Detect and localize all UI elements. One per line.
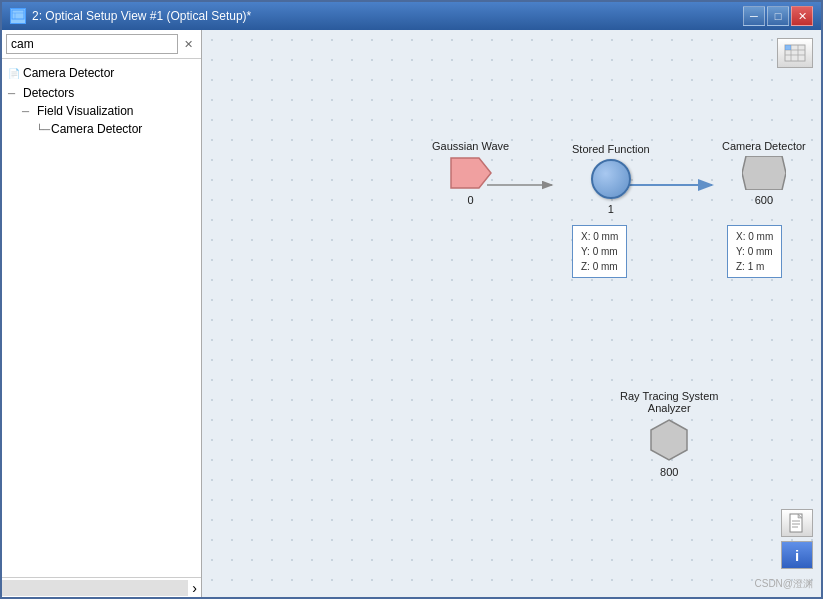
stored-function-shape — [591, 159, 631, 199]
sidebar: ✕ 📄 Camera Detector ─ Detectors — [2, 30, 202, 597]
tree-label-detectors: Detectors — [23, 86, 74, 100]
gaussian-wave-number: 0 — [468, 194, 474, 206]
search-bar: ✕ — [2, 30, 201, 59]
info-icon: i — [795, 547, 799, 564]
minus-folder-icon: ─ — [22, 106, 34, 117]
connector-svg — [202, 30, 821, 597]
camera-info-z: Z: 1 m — [736, 259, 773, 274]
horizontal-scrollbar[interactable] — [2, 580, 188, 596]
camera-detector-shape — [742, 156, 786, 190]
scroll-right-arrow[interactable]: › — [188, 580, 201, 596]
svg-rect-13 — [785, 45, 791, 50]
sidebar-bottom: › — [2, 577, 201, 597]
search-clear-button[interactable]: ✕ — [180, 36, 197, 53]
tree-item-camera-detector-root[interactable]: 📄 Camera Detector — [6, 63, 197, 83]
document-button[interactable] — [781, 509, 813, 537]
bottom-right-buttons: i — [781, 509, 813, 569]
minimize-button[interactable]: ─ — [743, 6, 765, 26]
tree-label-camera-detector-child: Camera Detector — [51, 122, 142, 136]
doc-icon: 📄 — [8, 68, 20, 79]
maximize-button[interactable]: □ — [767, 6, 789, 26]
svg-marker-5 — [451, 158, 491, 188]
tree-label-camera-detector-root: Camera Detector — [23, 66, 114, 80]
stored-function-node[interactable]: Stored Function 1 — [572, 143, 650, 215]
svg-marker-7 — [651, 420, 687, 460]
stored-function-info-box: X: 0 mm Y: 0 mm Z: 0 mm — [572, 225, 627, 278]
search-input[interactable] — [6, 34, 178, 54]
camera-detector-info-box: X: 0 mm Y: 0 mm Z: 1 m — [727, 225, 782, 278]
ray-tracing-number: 800 — [660, 466, 678, 478]
main-canvas: Gaussian Wave 0 Stored Function 1 Camera… — [202, 30, 821, 597]
ray-tracing-label: Ray Tracing SystemAnalyzer — [620, 390, 718, 414]
info-button[interactable]: i — [781, 541, 813, 569]
stored-fn-info-z: Z: 0 mm — [581, 259, 618, 274]
canvas-toolbar — [777, 38, 813, 68]
gaussian-wave-shape — [449, 156, 493, 190]
svg-rect-0 — [12, 10, 24, 19]
close-button[interactable]: ✕ — [791, 6, 813, 26]
ray-tracing-shape — [647, 418, 691, 462]
tree-label-field-visualization: Field Visualization — [37, 104, 134, 118]
stored-function-label: Stored Function — [572, 143, 650, 155]
window-title: 2: Optical Setup View #1 (Optical Setup)… — [32, 9, 251, 23]
title-bar: 2: Optical Setup View #1 (Optical Setup)… — [2, 2, 821, 30]
minus-icon: ─ — [8, 88, 20, 99]
branch-icon: └─ — [36, 124, 48, 135]
ray-tracing-node[interactable]: Ray Tracing SystemAnalyzer 800 — [620, 390, 718, 478]
main-window: 2: Optical Setup View #1 (Optical Setup)… — [0, 0, 823, 599]
tree-item-camera-detector-child[interactable]: └─ Camera Detector — [34, 119, 197, 139]
title-buttons: ─ □ ✕ — [743, 6, 813, 26]
gaussian-wave-label: Gaussian Wave — [432, 140, 509, 152]
svg-marker-6 — [742, 156, 786, 190]
tree-view: 📄 Camera Detector ─ Detectors ─ — [2, 59, 201, 577]
gaussian-wave-node[interactable]: Gaussian Wave 0 — [432, 140, 509, 206]
camera-info-y: Y: 0 mm — [736, 244, 773, 259]
tree-item-detectors[interactable]: ─ Detectors ─ Field Visualization — [6, 83, 197, 143]
toolbar-grid-button[interactable] — [777, 38, 813, 68]
stored-function-number: 1 — [608, 203, 614, 215]
stored-fn-info-x: X: 0 mm — [581, 229, 618, 244]
camera-detector-label: Camera Detector — [722, 140, 806, 152]
window-icon — [10, 8, 26, 24]
camera-detector-number: 600 — [755, 194, 773, 206]
stored-fn-info-y: Y: 0 mm — [581, 244, 618, 259]
content-area: ✕ 📄 Camera Detector ─ Detectors — [2, 30, 821, 597]
tree-item-field-visualization[interactable]: ─ Field Visualization └─ Camera Detector — [20, 101, 197, 141]
title-bar-left: 2: Optical Setup View #1 (Optical Setup)… — [10, 8, 251, 24]
camera-detector-node[interactable]: Camera Detector 600 — [722, 140, 806, 206]
camera-info-x: X: 0 mm — [736, 229, 773, 244]
watermark: CSDN@澄渊 — [755, 577, 814, 591]
